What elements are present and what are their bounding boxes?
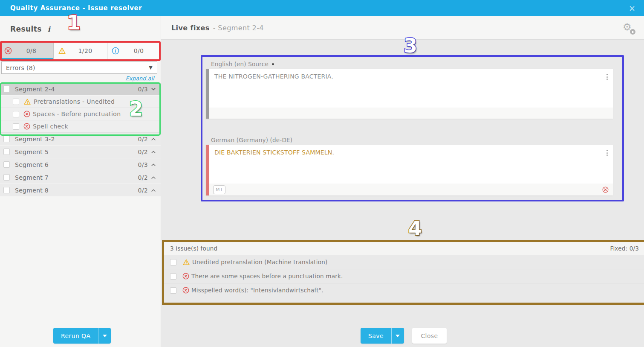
checkbox[interactable] bbox=[170, 287, 176, 294]
save-dropdown[interactable] bbox=[391, 328, 404, 344]
source-status-bar bbox=[206, 69, 209, 119]
target-editor[interactable]: DIE BAKTERIEN STICKSTOFF SAMMELN. MT bbox=[206, 145, 613, 195]
chevron-up-icon[interactable] bbox=[150, 149, 156, 155]
issue-row-spaces[interactable]: There are some spaces before a punctuati… bbox=[164, 269, 644, 283]
issues-panel-header: 3 issue(s) found Fixed: 0/3 bbox=[164, 242, 644, 255]
issues-found-label: 3 issue(s) found bbox=[170, 245, 217, 252]
chevron-up-icon[interactable] bbox=[150, 187, 156, 193]
issue-row-spelling[interactable]: Misspelled word(s): "Intensivlandwirtsch… bbox=[164, 283, 644, 297]
kebab-menu-icon[interactable] bbox=[606, 150, 608, 156]
error-icon bbox=[23, 111, 30, 117]
segment-label: Segment 3-2 bbox=[15, 136, 138, 143]
source-language-label: English (en) Source bbox=[211, 61, 274, 67]
segment-row-3-2[interactable]: Segment 3-2 0/2 bbox=[0, 133, 161, 145]
close-button[interactable]: Close bbox=[412, 328, 447, 344]
rerun-qa-label: Rerun QA bbox=[53, 328, 98, 344]
warning-icon bbox=[182, 259, 190, 266]
severity-tabs: 0/8 1/20 0/0 bbox=[0, 42, 161, 60]
segment-count: 0/2 bbox=[138, 149, 148, 155]
expand-all-link[interactable]: Expand all bbox=[126, 75, 154, 82]
live-fixes-panel: Live fixes - Segment 2-4 ⚙ English (en) … bbox=[161, 16, 644, 347]
chevron-up-icon[interactable] bbox=[150, 162, 156, 168]
segment-label: Segment 2-4 bbox=[15, 86, 138, 93]
checkbox[interactable] bbox=[3, 161, 10, 168]
error-icon bbox=[4, 47, 12, 55]
tab-errors-count: 0/8 bbox=[14, 47, 49, 54]
checkbox[interactable] bbox=[3, 136, 10, 142]
info-circle-icon bbox=[112, 47, 119, 55]
issue-text: Misspelled word(s): "Intensivlandwirtsch… bbox=[191, 287, 323, 294]
tab-info[interactable]: 0/0 bbox=[107, 42, 161, 59]
segment-label: Segment 5 bbox=[15, 149, 138, 155]
segment-count: 0/3 bbox=[138, 86, 148, 93]
issue-filter-select[interactable]: Errors (8) ▼ bbox=[1, 61, 157, 74]
segment-row-5[interactable]: Segment 5 0/2 bbox=[0, 146, 161, 158]
tab-warnings[interactable]: 1/20 bbox=[54, 42, 107, 59]
checkbox[interactable] bbox=[3, 86, 10, 92]
segment-count: 0/2 bbox=[138, 136, 148, 143]
close-label: Close bbox=[421, 332, 438, 339]
issues-fixed-label: Fixed: 0/3 bbox=[610, 245, 639, 252]
warning-icon bbox=[23, 98, 31, 105]
qa-settings-button[interactable]: ⚙ bbox=[623, 22, 635, 34]
target-language-label: German (Germany) (de-DE) bbox=[211, 137, 292, 143]
live-fixes-subtitle: - Segment 2-4 bbox=[213, 24, 264, 32]
chevron-down-icon[interactable] bbox=[150, 86, 156, 92]
segment-row-2-4[interactable]: Segment 2-4 0/3 bbox=[0, 83, 161, 95]
issue-text: There are some spaces before a punctuati… bbox=[191, 273, 343, 280]
checkbox[interactable] bbox=[170, 259, 176, 265]
issue-item-spaces[interactable]: Spaces - Before punctuation bbox=[0, 108, 161, 120]
issue-item-label: Spaces - Before punctuation bbox=[33, 111, 121, 117]
target-editor-footer: MT bbox=[209, 184, 613, 195]
issue-item-pretranslations[interactable]: Pretranslations - Unedited bbox=[0, 96, 161, 108]
rerun-qa-dropdown[interactable] bbox=[98, 328, 111, 344]
kebab-menu-icon[interactable] bbox=[606, 74, 608, 80]
segment-label: Segment 7 bbox=[15, 174, 138, 181]
rerun-qa-button[interactable]: Rerun QA bbox=[53, 328, 111, 344]
chevron-up-icon[interactable] bbox=[150, 136, 156, 142]
caret-down-icon bbox=[103, 335, 107, 337]
checkbox[interactable] bbox=[13, 111, 19, 117]
segment-count: 0/2 bbox=[138, 174, 148, 181]
segment-label: Segment 8 bbox=[15, 187, 138, 194]
target-text: DIE BAKTERIEN STICKSTOFF SAMMELN. bbox=[209, 145, 613, 156]
tab-warnings-count: 1/20 bbox=[68, 47, 103, 54]
save-button[interactable]: Save bbox=[361, 328, 404, 344]
chevron-up-icon[interactable] bbox=[150, 175, 156, 181]
issue-text: Unedited pretranslation (Machine transla… bbox=[192, 259, 327, 265]
live-fixes-title: Live fixes bbox=[171, 24, 210, 32]
segment-label: Segment 6 bbox=[15, 161, 138, 168]
error-icon bbox=[182, 273, 189, 280]
save-label: Save bbox=[361, 328, 391, 344]
error-icon bbox=[602, 187, 609, 193]
info-icon[interactable]: i bbox=[48, 25, 50, 33]
checkbox[interactable] bbox=[3, 149, 10, 155]
issue-item-spellcheck[interactable]: Spell check bbox=[0, 120, 161, 133]
play-icon bbox=[630, 29, 635, 35]
tab-errors[interactable]: 0/8 bbox=[0, 42, 54, 59]
checkbox[interactable] bbox=[3, 174, 10, 181]
chevron-down-icon: ▼ bbox=[149, 65, 153, 70]
close-icon[interactable]: × bbox=[629, 4, 635, 12]
issues-panel: 3 issue(s) found Fixed: 0/3 Unedited pre… bbox=[164, 242, 644, 303]
issue-filter-value: Errors (8) bbox=[6, 64, 35, 71]
caret-down-icon bbox=[396, 335, 400, 337]
checkbox[interactable] bbox=[13, 123, 19, 130]
segment-row-6[interactable]: Segment 6 0/3 bbox=[0, 158, 161, 171]
source-editor[interactable]: THE NITROGEN-GATHERING BACTERIA. bbox=[206, 69, 613, 119]
checkbox[interactable] bbox=[3, 187, 10, 193]
mt-badge: MT bbox=[213, 185, 225, 194]
dialog-title: Quality Assurance - Issue resolver bbox=[10, 4, 142, 12]
results-sidebar: Results i 0/8 1/20 0/0 Errors (8) ▼ Expa… bbox=[0, 16, 161, 347]
source-text: THE NITROGEN-GATHERING BACTERIA. bbox=[209, 69, 613, 80]
issue-item-label: Pretranslations - Unedited bbox=[34, 98, 115, 105]
segment-row-7[interactable]: Segment 7 0/2 bbox=[0, 171, 161, 184]
checkbox[interactable] bbox=[13, 99, 19, 105]
target-status-bar bbox=[206, 145, 209, 195]
checkbox[interactable] bbox=[170, 273, 176, 280]
issue-item-label: Spell check bbox=[33, 123, 68, 130]
results-title: Results bbox=[10, 25, 42, 33]
issue-row-pretranslation[interactable]: Unedited pretranslation (Machine transla… bbox=[164, 255, 644, 269]
segment-row-8[interactable]: Segment 8 0/2 bbox=[0, 184, 161, 196]
segment-count: 0/3 bbox=[138, 161, 148, 168]
